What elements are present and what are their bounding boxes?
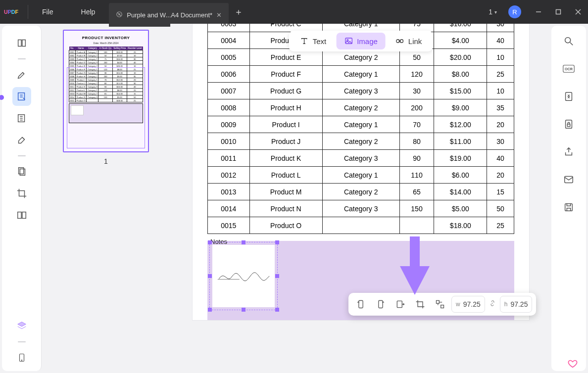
- resize-handle[interactable]: [275, 308, 279, 312]
- left-rail: [2, 26, 42, 371]
- page-count[interactable]: 1 ▾: [485, 8, 501, 16]
- signature-icon: [213, 245, 274, 307]
- resize-handle[interactable]: [275, 274, 279, 278]
- svg-rect-24: [397, 301, 402, 307]
- rotate-left-button[interactable]: [352, 296, 369, 313]
- app-body: PRODUCT INVENTORY Date: March 25th 2024 …: [0, 24, 588, 373]
- svg-rect-3: [556, 10, 561, 14]
- document-tab[interactable]: Purple and W...A4 Document* ✕: [109, 3, 229, 27]
- save-icon[interactable]: [560, 199, 577, 216]
- inventory-table: 0003Product CCategory 175$16.00300004Pro…: [207, 24, 514, 234]
- svg-rect-26: [441, 305, 444, 308]
- svg-rect-31: [566, 93, 572, 101]
- resize-handle[interactable]: [208, 240, 212, 244]
- svg-rect-35: [565, 204, 573, 211]
- replace-button[interactable]: [432, 296, 448, 313]
- resize-handle[interactable]: [208, 308, 212, 312]
- window-maximize-button[interactable]: [548, 9, 568, 15]
- svg-rect-11: [18, 168, 23, 174]
- rail-phone-icon[interactable]: [12, 348, 31, 367]
- aspect-lock-icon[interactable]: [488, 298, 497, 310]
- table-row: 0015Product O$18.0025: [208, 217, 514, 234]
- table-row: 0010Product JCategory 280$11.0030: [208, 133, 514, 150]
- rotate-right-button[interactable]: [372, 296, 389, 313]
- edit-disabled-icon: [116, 11, 123, 19]
- rail-layers-icon[interactable]: [12, 317, 31, 335]
- svg-rect-25: [437, 301, 440, 304]
- search-icon[interactable]: [560, 33, 577, 49]
- table-row: 0011Product KCategory 390$19.0040: [208, 150, 514, 167]
- user-avatar[interactable]: R: [508, 5, 521, 18]
- document-page[interactable]: 0003Product CCategory 175$16.00300004Pro…: [193, 24, 529, 330]
- resize-handle[interactable]: [275, 240, 279, 244]
- app-logo[interactable]: UPDF: [0, 0, 28, 24]
- thumbnail-panel: PRODUCT INVENTORY Date: March 25th 2024 …: [42, 24, 170, 373]
- image-toolbar: w 97.25 h 97.25: [348, 293, 536, 316]
- table-row: 0008Product HCategory 2200$9.0035: [208, 99, 514, 116]
- table-row: 0013Product MCategory 265$14.0015: [208, 184, 514, 200]
- right-rail: OCR: [551, 26, 586, 371]
- table-row: 0009Product ICategory 170$12.0020: [208, 116, 514, 133]
- height-field[interactable]: h 97.25: [500, 296, 533, 313]
- mode-link[interactable]: Link: [388, 33, 430, 49]
- table-row: 0006Product FCategory 1120$8.0025: [208, 66, 514, 83]
- mode-text[interactable]: Text: [292, 33, 335, 49]
- tab-title: Purple and W...A4 Document*: [127, 11, 212, 19]
- chevron-down-icon: ▾: [494, 9, 497, 15]
- crop-button[interactable]: [412, 296, 429, 313]
- svg-text:OCR: OCR: [565, 67, 573, 71]
- svg-rect-34: [565, 177, 573, 183]
- table-row: 0014Product NCategory 3150$5.0050: [208, 200, 514, 217]
- svg-rect-23: [379, 301, 383, 308]
- rail-organize-icon[interactable]: [12, 109, 31, 128]
- new-tab-button[interactable]: ＋: [229, 0, 248, 24]
- table-row: 0012Product LCategory 1110$6.0020: [208, 167, 514, 184]
- table-row: 0007Product GCategory 330$15.0010: [208, 83, 514, 99]
- main-canvas[interactable]: Text Image Link 0003Product CCategory 17…: [170, 24, 551, 373]
- edit-mode-switch: Text Image Link: [289, 31, 433, 51]
- rail-crop-icon[interactable]: [12, 184, 31, 203]
- svg-rect-33: [567, 124, 570, 127]
- resize-handle[interactable]: [242, 308, 245, 312]
- svg-rect-12: [20, 169, 25, 176]
- resize-handle[interactable]: [242, 240, 245, 244]
- width-field[interactable]: w 97.25: [451, 296, 485, 313]
- rail-highlight-icon[interactable]: [12, 65, 31, 84]
- page-thumbnail[interactable]: PRODUCT INVENTORY Date: March 25th 2024 …: [63, 30, 149, 152]
- titlebar: UPDF File Help Purple and W...A4 Documen…: [0, 0, 588, 24]
- rail-compare-icon[interactable]: [12, 206, 31, 225]
- rail-reader-icon[interactable]: [12, 34, 31, 52]
- svg-line-28: [570, 43, 573, 46]
- resize-handle[interactable]: [208, 274, 212, 278]
- svg-point-16: [21, 360, 22, 361]
- protect-icon[interactable]: [560, 116, 577, 133]
- svg-rect-22: [359, 301, 363, 308]
- rail-edit-icon[interactable]: [12, 87, 31, 106]
- thumbnail-page-number: 1: [104, 157, 108, 165]
- svg-point-27: [565, 38, 571, 43]
- email-icon[interactable]: [560, 171, 577, 188]
- rail-indicator: [0, 95, 4, 100]
- rail-pages-icon[interactable]: [12, 162, 31, 181]
- share-icon[interactable]: [560, 143, 577, 160]
- svg-rect-14: [22, 212, 25, 219]
- tab-close-button[interactable]: ✕: [216, 11, 222, 19]
- svg-text:UPDF: UPDF: [4, 9, 19, 15]
- menu-file[interactable]: File: [28, 0, 67, 24]
- ocr-icon[interactable]: OCR: [560, 60, 577, 77]
- mode-image[interactable]: Image: [336, 33, 386, 49]
- svg-rect-13: [17, 212, 21, 219]
- signature-image[interactable]: [212, 245, 275, 307]
- heart-icon[interactable]: [566, 358, 579, 371]
- window-minimize-button[interactable]: [529, 9, 548, 15]
- svg-rect-15: [19, 354, 24, 362]
- window-close-button[interactable]: [568, 9, 588, 15]
- compress-icon[interactable]: [560, 88, 577, 105]
- extract-button[interactable]: [392, 296, 409, 313]
- rail-fill-icon[interactable]: [12, 131, 31, 149]
- svg-rect-6: [18, 93, 24, 100]
- menu-help[interactable]: Help: [67, 0, 109, 24]
